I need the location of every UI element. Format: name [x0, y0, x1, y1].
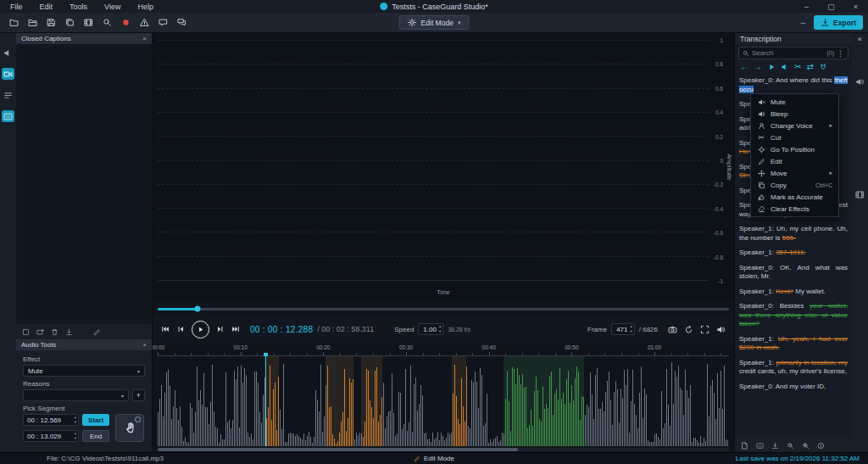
checkbox-icon[interactable] [22, 328, 30, 336]
zoom-in-icon[interactable] [802, 442, 810, 450]
segment-start-button[interactable]: Start [82, 414, 109, 426]
menu-item-go-to-position[interactable]: Go To Position [751, 143, 838, 155]
menu-item-edit[interactable]: Edit [751, 155, 838, 167]
record-icon[interactable] [117, 14, 134, 31]
reasons-dropdown[interactable]: ▾ [23, 389, 129, 401]
menu-item-clear-effects[interactable]: Clear Effects [751, 203, 838, 215]
collapse-panel-icon[interactable]: « [858, 35, 862, 43]
edit-mode-dropdown[interactable]: Edit Mode ▾ [399, 15, 470, 30]
timeline[interactable]: 00:0000:1000:2000:3000:4000:5001:00 [153, 344, 734, 446]
transcript-entry[interactable]: Speaker_1: Kent? My wallet. [739, 288, 848, 297]
fit-icon[interactable] [700, 325, 709, 334]
volume-icon[interactable] [855, 77, 865, 87]
comment-icon[interactable] [154, 14, 171, 31]
transcript-entry[interactable]: Speaker_1: Uh, my cell phone. Uh, the nu… [739, 225, 848, 243]
swap-icon[interactable]: ⇄ [806, 63, 813, 71]
close-icon[interactable]: × [142, 341, 147, 349]
transcript-entry[interactable]: Speaker_0: And where did this theft occu [739, 76, 848, 94]
menu-item-bleep[interactable]: Bleep [751, 108, 838, 120]
download-icon[interactable] [771, 442, 779, 450]
video-icon[interactable] [2, 68, 14, 80]
undo-icon[interactable]: ← [740, 63, 748, 71]
trash-icon[interactable] [51, 328, 58, 336]
pick-segment-button[interactable] [115, 414, 144, 442]
timeline-playhead[interactable] [265, 353, 266, 446]
timeline-scrollbar-thumb[interactable] [158, 448, 518, 451]
segment-start-input[interactable]: 00 : 12.569 ▴▾ [23, 414, 79, 426]
minimize-button[interactable]: – [794, 0, 819, 13]
menu-file[interactable]: File [2, 3, 31, 11]
film-icon[interactable] [80, 14, 97, 31]
close-button[interactable]: × [843, 0, 868, 13]
edit-icon[interactable] [93, 328, 101, 336]
menu-item-mark-as-accurate[interactable]: Mark as Accurate [751, 191, 838, 203]
film-icon[interactable] [855, 190, 865, 199]
download-icon[interactable] [65, 328, 73, 336]
waveform-area[interactable] [158, 356, 729, 446]
menu-tools[interactable]: Tools [61, 3, 96, 11]
speaker-icon[interactable] [781, 63, 789, 71]
zoom-out-icon[interactable] [787, 442, 794, 450]
menu-item-copy[interactable]: CopyCtrl+C [751, 179, 838, 191]
play-button[interactable] [192, 321, 209, 338]
warning-icon[interactable] [136, 14, 153, 31]
timeline-scrollbar[interactable] [158, 448, 729, 451]
speed-input[interactable]: 1.00 ▴▾ [418, 323, 443, 335]
transcript-entry[interactable]: Speaker_1: Uh, yeah, I had over $200 in … [739, 335, 848, 353]
audio-icon[interactable] [2, 47, 14, 59]
seek-knob[interactable] [195, 306, 201, 312]
find-icon[interactable] [98, 14, 115, 31]
amplitude-plot[interactable] [158, 40, 709, 281]
export-button[interactable]: Export [814, 15, 863, 30]
effect-dropdown[interactable]: Mute ▾ [23, 365, 145, 377]
add-caption-icon[interactable] [36, 328, 44, 336]
playlist-icon[interactable] [2, 89, 14, 101]
skip-start-icon[interactable] [161, 325, 170, 333]
add-reason-button[interactable]: + [132, 389, 145, 401]
prev-frame-icon[interactable] [176, 325, 185, 333]
segment-end-button[interactable]: End [82, 430, 109, 442]
save-all-icon[interactable] [61, 14, 78, 31]
captions-icon[interactable]: CC [756, 442, 764, 450]
loop-icon[interactable] [684, 325, 693, 334]
transcript-entry[interactable]: Speaker_0: Besides your wallet, was ther… [739, 302, 848, 329]
skip-end-icon[interactable] [231, 325, 240, 333]
stepper-icon[interactable]: ▴▾ [75, 432, 76, 440]
playhead-handle[interactable] [264, 353, 268, 356]
transcript-entry[interactable]: Speaker_0: OK. And what was stolen, Mr. [739, 264, 848, 282]
next-frame-icon[interactable] [216, 325, 225, 333]
transcript-entry[interactable]: Speaker_0: And my voter ID, [739, 383, 848, 392]
search-input[interactable] [752, 49, 824, 57]
camera-icon[interactable] [668, 325, 677, 334]
open-file-icon[interactable] [5, 14, 22, 31]
menu-item-cut[interactable]: ✂Cut [751, 131, 838, 143]
transcript-entry[interactable]: Speaker_1: primarily in location, my cre… [739, 359, 848, 377]
menu-help[interactable]: Help [129, 3, 162, 11]
report-icon[interactable] [741, 442, 748, 450]
stepper-icon[interactable]: ▴▾ [439, 325, 441, 333]
info-icon[interactable] [817, 442, 825, 450]
kebab-menu-icon[interactable]: ⋮ [837, 49, 844, 58]
close-icon[interactable]: × [142, 35, 147, 42]
open-folder-icon[interactable] [24, 14, 41, 31]
seek-track[interactable] [158, 308, 729, 310]
redo-icon[interactable]: → [754, 63, 762, 71]
seek-bar[interactable] [158, 305, 729, 313]
menu-edit[interactable]: Edit [31, 3, 62, 11]
search-box[interactable]: (0) ⋮ [738, 47, 849, 59]
chat-icon[interactable] [173, 14, 190, 31]
volume-icon[interactable] [716, 325, 726, 334]
captions-icon[interactable]: CC [2, 110, 14, 122]
menu-item-mute[interactable]: Mute [751, 96, 838, 108]
stepper-icon[interactable]: ▴▾ [75, 416, 76, 424]
transcript-entry[interactable]: Speaker_1: 357-1911. [739, 249, 848, 258]
scissors-icon[interactable]: ✂ [794, 63, 801, 71]
magnet-icon[interactable] [819, 63, 827, 71]
overflow-dash[interactable]: – [793, 18, 815, 27]
menu-item-move[interactable]: Move▸ [751, 167, 838, 179]
segment-end-input[interactable]: 00 : 13.029 ▴▾ [23, 430, 79, 442]
play-icon[interactable] [767, 63, 776, 71]
save-icon[interactable] [42, 14, 59, 31]
maximize-button[interactable]: ▢ [819, 0, 843, 13]
stepper-icon[interactable]: ▴▾ [630, 325, 632, 333]
